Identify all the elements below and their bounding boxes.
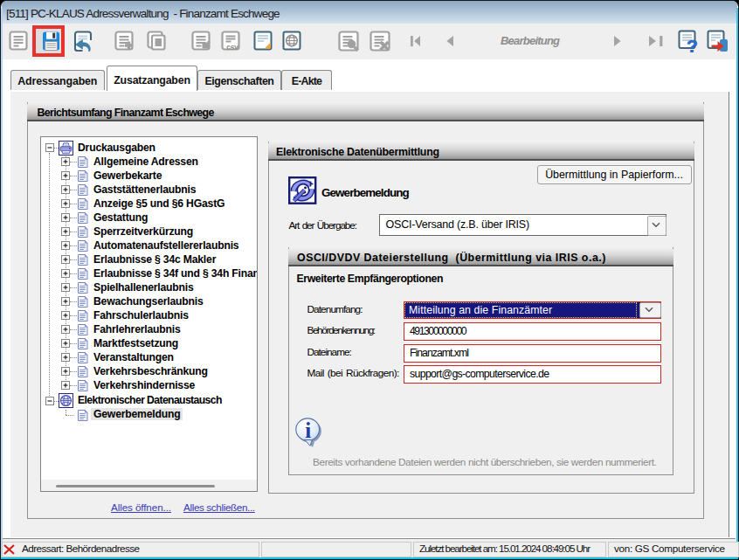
svg-text:?: ? (687, 35, 698, 52)
svg-text:i: i (305, 418, 311, 442)
svg-text:csv: csv (226, 44, 238, 51)
